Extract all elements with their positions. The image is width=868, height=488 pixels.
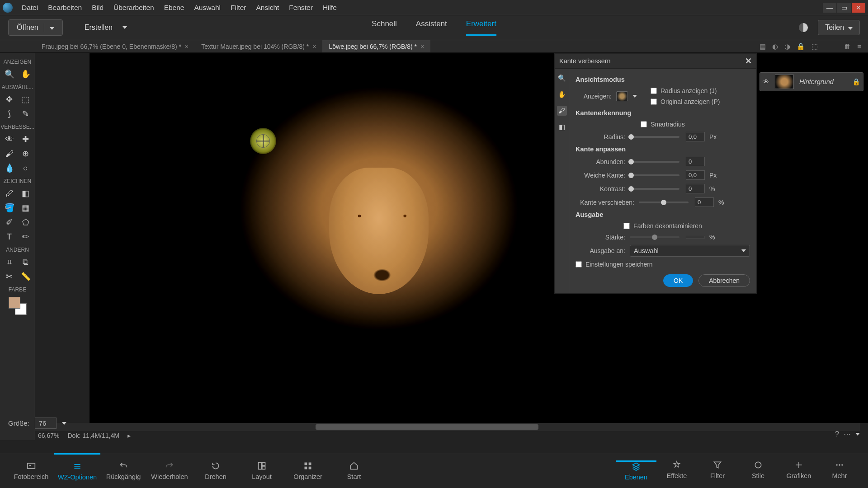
lock-icon[interactable]: 🔒 [852, 78, 860, 86]
chevron-down-icon[interactable] [632, 95, 637, 98]
smart-radius-checkbox[interactable]: Smartradius [641, 121, 684, 128]
eyedropper-tool[interactable]: ✐ [1, 215, 18, 230]
foreground-color[interactable] [9, 297, 20, 309]
minimize-button[interactable]: — [823, 3, 836, 13]
refine-brush-icon[interactable]: 🖌 [557, 106, 567, 116]
zoom-tool[interactable]: 🔍 [1, 67, 18, 81]
straighten-tool[interactable]: 📏 [18, 269, 34, 284]
mask-icon[interactable]: ◐ [772, 42, 778, 51]
hand-tool-icon[interactable]: ✋ [557, 89, 567, 99]
close-icon[interactable]: × [420, 43, 424, 50]
ok-button[interactable]: OK [663, 274, 693, 287]
zoom-level[interactable]: 66,67% [38, 432, 59, 439]
shape-tool[interactable]: ⬠ [18, 215, 34, 230]
decontaminate-checkbox[interactable]: Farben dekontaminieren [623, 222, 702, 230]
close-icon[interactable]: ✕ [745, 56, 752, 66]
spot-heal-tool[interactable]: ✚ [18, 132, 34, 146]
panel-menu-icon[interactable]: ≡ [857, 42, 861, 51]
hand-tool[interactable]: ✋ [18, 67, 34, 81]
doc-tab[interactable]: Löwe.jpeg bei 66,7% (RGB/8) *× [322, 40, 430, 52]
layer-name[interactable]: Hintergrund [799, 78, 834, 85]
trash-icon[interactable]: 🗑 [844, 42, 851, 51]
menu-enhance[interactable]: Überarbeiten [113, 4, 154, 12]
shift-value[interactable]: 0 [695, 197, 714, 207]
show-radius-checkbox[interactable]: Radius anzeigen (J) [651, 87, 720, 94]
menu-file[interactable]: Datei [22, 4, 38, 12]
menu-filter[interactable]: Filter [231, 4, 246, 12]
theme-toggle-icon[interactable] [799, 23, 808, 32]
move-tool[interactable]: ✥ [1, 92, 18, 107]
menu-help[interactable]: Hilfe [323, 4, 337, 12]
horizontal-scrollbar[interactable] [35, 423, 860, 431]
tool-options-button[interactable]: WZ-Optionen [54, 453, 100, 488]
lasso-tool[interactable]: ⟆ [1, 107, 18, 121]
menu-image[interactable]: Bild [92, 4, 104, 12]
dialog-titlebar[interactable]: Kante verbessern ✕ [555, 54, 756, 69]
menu-window[interactable]: Fenster [289, 4, 313, 12]
content-move-tool[interactable]: ✂ [1, 269, 18, 284]
redo-button[interactable]: Wiederholen [146, 453, 193, 488]
view-mode-thumb[interactable] [616, 91, 628, 101]
crop-tool[interactable]: ⌗ [1, 255, 18, 269]
link-icon[interactable]: ⬚ [811, 42, 818, 51]
menu-select[interactable]: Auswahl [194, 4, 221, 12]
radius-value[interactable]: 0,0 [686, 132, 705, 141]
lock-icon[interactable]: 🔒 [797, 42, 805, 51]
more-icon[interactable]: ⋯ [844, 430, 851, 438]
close-icon[interactable]: × [312, 43, 316, 50]
open-button[interactable]: Öffnen [8, 19, 63, 36]
contrast-value[interactable]: 0 [686, 184, 705, 193]
size-value[interactable]: 76 [35, 418, 57, 429]
checkbox[interactable] [651, 99, 657, 105]
pencil-tool[interactable]: ✏ [18, 230, 34, 244]
gradient-tool[interactable]: ▦ [18, 201, 34, 215]
brush-tool[interactable]: 🖊 [1, 186, 18, 201]
doc-tab[interactable]: Textur Mauer.jpeg bei 104% (RGB/8) *× [195, 40, 322, 52]
show-original-checkbox[interactable]: Original anzeigen (P) [651, 98, 720, 105]
effects-button[interactable]: Effekte [656, 460, 697, 479]
eraser-tool[interactable]: ◧ [18, 186, 34, 201]
share-button[interactable]: Teilen [818, 20, 860, 35]
status-caret[interactable]: ▸ [127, 432, 131, 439]
photo-bin-button[interactable]: Fotobereich [8, 453, 54, 488]
mode-expert[interactable]: Erweitert [466, 19, 496, 36]
zoom-tool-icon[interactable]: 🔍 [557, 73, 567, 83]
layer-row[interactable]: 👁 Hintergrund 🔒 [760, 72, 863, 91]
open-caret[interactable] [44, 23, 54, 32]
mode-guided[interactable]: Assistent [416, 19, 447, 36]
contrast-slider[interactable] [630, 188, 679, 190]
help-icon[interactable]: ? [835, 430, 839, 438]
smart-brush-tool[interactable]: 🖌 [1, 146, 18, 161]
smooth-value[interactable]: 0 [686, 157, 705, 166]
sponge-tool[interactable]: ○ [18, 161, 34, 175]
close-icon[interactable]: × [185, 43, 189, 50]
close-window-button[interactable]: ✕ [852, 3, 865, 13]
radius-slider[interactable] [630, 136, 679, 138]
checkbox[interactable] [651, 88, 657, 94]
undo-button[interactable]: Rückgängig [100, 453, 146, 488]
menu-layer[interactable]: Ebene [164, 4, 184, 12]
recompose-tool[interactable]: ⧉ [18, 255, 34, 269]
checkbox[interactable] [641, 121, 647, 127]
create-button[interactable]: Erstellen [85, 23, 127, 32]
layers-panel-button[interactable]: Ebenen [616, 460, 656, 481]
checkbox[interactable] [623, 223, 630, 229]
output-select[interactable]: Auswahl [630, 245, 750, 257]
new-layer-icon[interactable]: ▤ [760, 42, 766, 51]
styles-button[interactable]: Stile [738, 460, 778, 479]
shift-slider[interactable] [639, 202, 689, 203]
layout-button[interactable]: Layout [239, 453, 285, 488]
feather-slider[interactable] [630, 174, 679, 176]
quick-select-tool[interactable]: ✎ [18, 107, 34, 121]
erase-refine-icon[interactable]: ◧ [557, 122, 567, 132]
mode-quick[interactable]: Schnell [372, 19, 397, 36]
marquee-tool[interactable]: ⬚ [18, 92, 34, 107]
menu-edit[interactable]: Bearbeiten [48, 4, 82, 12]
color-swatch[interactable] [9, 297, 27, 315]
cancel-button[interactable]: Abbrechen [698, 274, 750, 287]
rotate-button[interactable]: Drehen [193, 453, 239, 488]
home-button[interactable]: Start [331, 453, 377, 488]
checkbox[interactable] [576, 261, 582, 267]
menu-view[interactable]: Ansicht [256, 4, 279, 12]
visibility-icon[interactable]: 👁 [763, 78, 769, 85]
